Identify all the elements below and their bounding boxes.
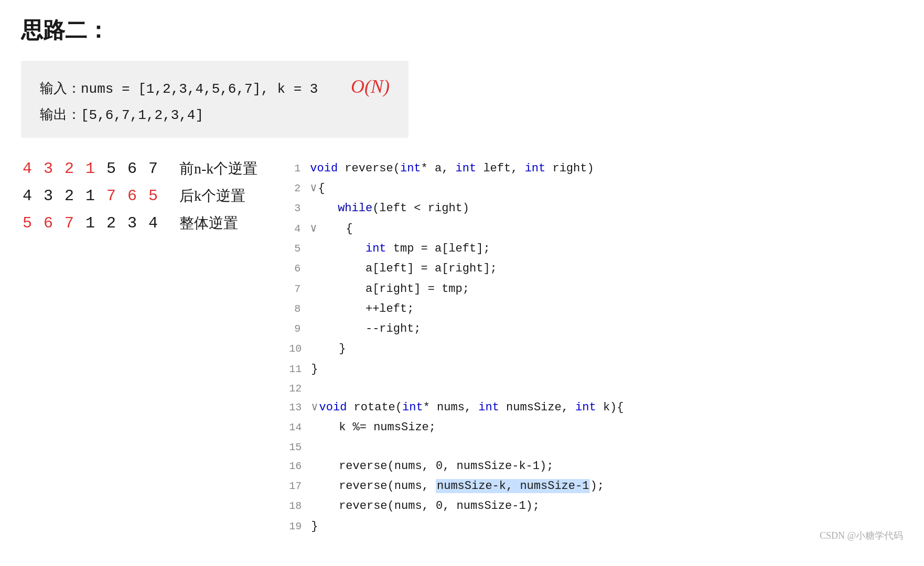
code-line: 13∨void rotate(int* nums, int numsSize, …	[289, 398, 903, 418]
code-line: 3 while(left < right)	[289, 199, 903, 219]
array-num: 2	[105, 214, 117, 232]
code-line: 5 int tmp = a[left];	[289, 239, 903, 259]
input-box: 输入：nums = [1,2,3,4,5,6,7], k = 3 O(N) 输出…	[21, 61, 409, 138]
code-line: 15	[289, 438, 903, 456]
line-number: 7	[289, 280, 310, 298]
line-number: 10	[289, 340, 311, 357]
array-row: 4 3 2 1 7 6 5后k个逆置	[21, 186, 257, 206]
line-number: 8	[289, 300, 310, 318]
line-number: 18	[289, 497, 311, 515]
line-number: 12	[289, 380, 311, 397]
code-line: 12	[289, 379, 903, 398]
line-number: 14	[289, 419, 311, 436]
code-line: 7 a[right] = tmp;	[289, 279, 903, 299]
code-text: a[left] = a[right];	[310, 259, 497, 278]
array-num: 1	[84, 160, 96, 178]
array-row: 5 6 7 1 2 3 4整体逆置	[21, 213, 257, 233]
line-number: 13	[289, 399, 311, 416]
code-text: a[right] = tmp;	[310, 280, 469, 299]
array-num: 6	[126, 187, 138, 205]
page-title: 思路二：	[21, 16, 903, 45]
array-num: 7	[147, 160, 159, 178]
array-num: 5	[21, 214, 34, 232]
code-text: reverse(nums, 0, numsSize-1);	[311, 497, 540, 516]
left-section: 4 3 2 1 5 6 7前n-k个逆置4 3 2 1 7 6 5后k个逆置5 …	[21, 159, 257, 244]
code-line: 14 k %= numsSize;	[289, 418, 903, 438]
row-label: 后k个逆置	[179, 186, 245, 206]
code-line: 4∨ {	[289, 219, 903, 239]
array-num: 2	[63, 160, 76, 178]
array-num: 3	[42, 187, 55, 205]
code-line: 16 reverse(nums, 0, numsSize-k-1);	[289, 456, 903, 476]
code-text: void reverse(int* a, int left, int right…	[310, 159, 594, 178]
code-line: 11}	[289, 360, 903, 379]
code-line: 8 ++left;	[289, 299, 903, 319]
array-num: 5	[105, 160, 117, 178]
code-line: 19}	[289, 517, 903, 537]
code-text: reverse(nums, numsSize-k, numsSize-1);	[311, 477, 604, 496]
code-text: --right;	[310, 320, 421, 339]
code-line: 6 a[left] = a[right];	[289, 259, 903, 279]
code-line: 18 reverse(nums, 0, numsSize-1);	[289, 496, 903, 516]
watermark: CSDN @小糖学代码	[820, 529, 903, 542]
page-container: 思路二： 输入：nums = [1,2,3,4,5,6,7], k = 3 O(…	[0, 0, 924, 552]
array-num: 7	[105, 187, 117, 205]
line-number: 5	[289, 240, 310, 257]
code-text: }	[311, 360, 318, 379]
line-number: 4	[289, 220, 310, 237]
line-number: 19	[289, 518, 311, 535]
input-text-1: 输入：nums = [1,2,3,4,5,6,7], k = 3	[40, 81, 318, 97]
main-content: 4 3 2 1 5 6 7前n-k个逆置4 3 2 1 7 6 5后k个逆置5 …	[21, 159, 903, 537]
line-number: 3	[289, 200, 310, 217]
line-number: 1	[289, 160, 310, 177]
array-num: 6	[42, 214, 55, 232]
array-num: 2	[63, 187, 76, 205]
code-line: 2∨{	[289, 179, 903, 199]
input-line-2: 输出：[5,6,7,1,2,3,4]	[40, 106, 390, 125]
array-num: 4	[21, 187, 34, 205]
code-line: 10 }	[289, 339, 903, 359]
input-line-1: 输入：nums = [1,2,3,4,5,6,7], k = 3 O(N)	[40, 73, 390, 100]
array-num: 7	[63, 214, 76, 232]
code-text: }	[311, 517, 318, 536]
code-text: ∨ {	[310, 220, 352, 238]
line-number: 16	[289, 458, 311, 475]
code-text: ∨{	[310, 179, 325, 198]
code-text: while(left < right)	[310, 199, 469, 218]
code-text: int tmp = a[left];	[310, 240, 490, 258]
code-line: 1void reverse(int* a, int left, int righ…	[289, 159, 903, 179]
array-num: 6	[126, 160, 138, 178]
line-number: 9	[289, 320, 310, 338]
code-text: ∨void rotate(int* nums, int numsSize, in…	[311, 398, 624, 417]
array-num: 4	[21, 160, 34, 178]
line-number: 6	[289, 260, 310, 277]
row-label: 前n-k个逆置	[179, 159, 257, 179]
code-text: }	[311, 340, 346, 358]
code-section: 1void reverse(int* a, int left, int righ…	[289, 159, 903, 537]
line-number: 15	[289, 439, 311, 456]
line-number: 11	[289, 361, 311, 378]
complexity-label: O(N)	[351, 76, 390, 97]
array-num: 1	[84, 214, 96, 232]
code-line: 17 reverse(nums, numsSize-k, numsSize-1)…	[289, 476, 903, 496]
line-number: 17	[289, 477, 311, 495]
code-text: ++left;	[310, 300, 414, 319]
array-num: 5	[147, 187, 159, 205]
array-rows: 4 3 2 1 5 6 7前n-k个逆置4 3 2 1 7 6 5后k个逆置5 …	[21, 159, 257, 233]
array-num: 3	[42, 160, 55, 178]
code-text: reverse(nums, 0, numsSize-k-1);	[311, 457, 553, 476]
code-text: k %= numsSize;	[311, 418, 436, 437]
array-num: 4	[147, 214, 159, 232]
row-label: 整体逆置	[179, 213, 238, 233]
line-number: 2	[289, 180, 310, 197]
array-num: 1	[84, 187, 96, 205]
array-num: 3	[126, 214, 138, 232]
code-line: 9 --right;	[289, 319, 903, 339]
array-row: 4 3 2 1 5 6 7前n-k个逆置	[21, 159, 257, 179]
